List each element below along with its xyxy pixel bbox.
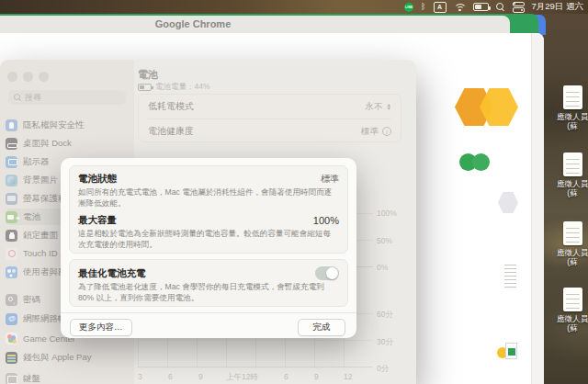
dialog-card: 最佳化電池充電 為了降低電池老化速度，Mac 會學習你的每日充電模式，會暫緩充電… xyxy=(69,259,348,307)
input-source-icon[interactable]: A xyxy=(434,2,447,13)
page-scroll-gutter[interactable] xyxy=(531,33,544,384)
battery-condition-value: 標準 xyxy=(321,173,339,186)
done-button[interactable]: 完成 xyxy=(298,319,345,336)
section-title: 最大容量 xyxy=(78,214,117,227)
max-capacity-value: 100% xyxy=(313,215,339,226)
document-icon[interactable] xyxy=(563,85,582,109)
line-app-icon[interactable]: LINE xyxy=(404,3,413,12)
screen: 應徵人員(蘇 應徵人員(蘇 應徵人員(蘇 應徵人員(蘇 Google Chrom… xyxy=(0,0,588,384)
control-center-icon[interactable] xyxy=(513,2,525,13)
menu-bar: LINE ᛒ A 7月29日 週六 xyxy=(0,0,588,14)
section-body: 如同所有的充電式電池，Mac 電池屬於消耗性組件，會隨著使用時間而逐漸降低效能。 xyxy=(78,187,334,209)
document-icon[interactable] xyxy=(563,288,582,311)
battery-health-dialog: 電池狀態 標準 如同所有的充電式電池，Mac 電池屬於消耗性組件，會隨著使用時間… xyxy=(61,158,356,338)
menu-bar-clock[interactable]: 7月29日 週六 xyxy=(532,1,584,13)
desktop-file[interactable]: 應徵人員(蘇 xyxy=(551,288,588,333)
desktop-file[interactable]: 應徵人員(蘇 xyxy=(551,85,588,130)
section-title: 電池狀態 xyxy=(78,173,117,186)
desktop-file[interactable]: 應徵人員(蘇 xyxy=(551,221,588,266)
dialog-card: 電池狀態 標準 如同所有的充電式電池，Mac 電池屬於消耗性組件，會隨著使用時間… xyxy=(69,165,348,254)
file-label: 應徵人員 xyxy=(557,248,588,257)
divider xyxy=(61,312,356,313)
document-icon[interactable] xyxy=(563,221,582,245)
section-body: 這是相較於電池為全新狀態時測量的電池容量。較低的容量可能會縮短每次充電後的使用時… xyxy=(78,229,334,250)
more-info-button[interactable]: 更多內容… xyxy=(70,319,132,336)
section-title: 最佳化電池充電 xyxy=(78,267,146,280)
file-label: 應徵人員 xyxy=(557,314,588,323)
optimized-charging-toggle[interactable] xyxy=(315,266,339,280)
file-label: 應徵人員 xyxy=(557,112,588,121)
spotlight-icon[interactable] xyxy=(496,3,505,12)
document-icon[interactable] xyxy=(563,152,582,176)
chrome-window-title: Google Chrome xyxy=(155,18,232,29)
wifi-icon[interactable] xyxy=(454,3,466,12)
section-body: 為了降低電池老化速度，Mac 會學習你的每日充電模式，會暫緩充電到 80% 以上… xyxy=(78,282,334,303)
page-text-fragment xyxy=(504,265,516,289)
file-label: 應徵人員 xyxy=(557,179,588,188)
spreadsheet-icon xyxy=(505,343,517,359)
battery-status-icon[interactable] xyxy=(473,3,489,11)
bluetooth-icon[interactable]: ᛒ xyxy=(421,3,425,11)
green-dot-logo xyxy=(472,153,490,171)
chrome-titlebar: Google Chrome xyxy=(0,16,510,33)
desktop-file[interactable]: 應徵人員(蘇 xyxy=(551,152,588,198)
